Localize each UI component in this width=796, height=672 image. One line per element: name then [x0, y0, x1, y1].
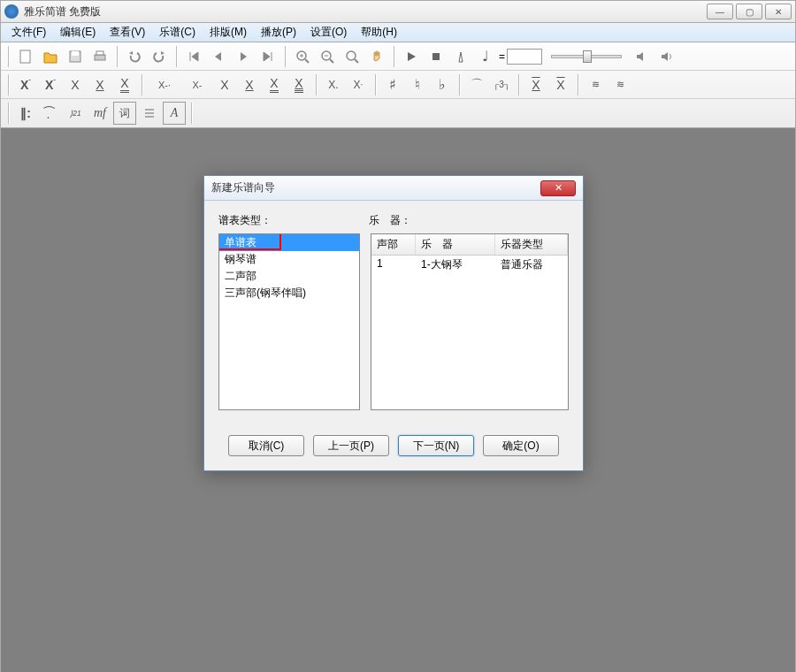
note-dot-icon[interactable]: X. — [322, 73, 345, 96]
note-x3-icon[interactable]: X — [64, 73, 87, 96]
table-row[interactable]: 1 1-大钢琴 普通乐器 — [371, 256, 568, 274]
note-x6-icon[interactable]: X-· — [148, 73, 181, 96]
undo-icon[interactable] — [123, 45, 146, 68]
next-page-button[interactable]: 下一页(N) — [398, 435, 474, 456]
volume-down-icon[interactable] — [631, 45, 654, 68]
dynamics-icon[interactable]: ⟩21 — [64, 102, 87, 125]
ornament2-icon[interactable]: ≋ — [608, 73, 631, 96]
tempo-input[interactable] — [507, 49, 542, 65]
zoom-out-icon[interactable] — [316, 45, 339, 68]
col-part[interactable]: 声部 — [371, 234, 416, 255]
svg-rect-3 — [95, 55, 105, 60]
dialog-close-button[interactable]: ✕ — [540, 180, 576, 196]
menu-view[interactable]: 查看(V) — [103, 23, 152, 42]
list-item[interactable]: 二声部 — [219, 268, 359, 285]
menubar: 文件(F) 编辑(E) 查看(V) 乐谱(C) 排版(M) 播放(P) 设置(O… — [0, 23, 796, 42]
app-icon — [4, 4, 19, 19]
toolbar-row-3: ‖: ⁀· ⟩21 mf 词 A — [1, 99, 795, 127]
ok-button[interactable]: 确定(O) — [483, 435, 559, 456]
last-page-icon[interactable] — [256, 45, 279, 68]
stop-icon[interactable] — [425, 45, 448, 68]
note-x7-icon[interactable]: X- — [183, 73, 211, 96]
menu-file[interactable]: 文件(F) — [4, 23, 53, 42]
prev-page-button[interactable]: 上一页(P) — [313, 435, 389, 456]
print-icon[interactable] — [88, 45, 111, 68]
menu-edit[interactable]: 编辑(E) — [53, 23, 103, 42]
menu-play[interactable]: 播放(P) — [254, 23, 303, 42]
note-xa-icon[interactable]: X — [524, 73, 547, 96]
svg-point-12 — [347, 51, 356, 60]
minimize-button[interactable]: — — [707, 4, 733, 19]
cancel-button[interactable]: 取消(C) — [228, 435, 304, 456]
sharp-icon[interactable]: ♯ — [381, 73, 404, 96]
staff-type-list[interactable]: 单谱表 钢琴谱 二声部 三声部(钢琴伴唱) — [218, 233, 360, 410]
tempo-slider[interactable] — [551, 55, 622, 58]
menu-settings[interactable]: 设置(O) — [303, 23, 354, 42]
titlebar: 雅乐简谱 免费版 — ▢ ✕ — [0, 0, 796, 23]
svg-line-10 — [330, 59, 333, 63]
note-x4-icon[interactable]: X — [88, 73, 111, 96]
note-xb-icon[interactable]: X — [549, 73, 572, 96]
menu-help[interactable]: 帮助(H) — [354, 23, 404, 42]
note-icon[interactable]: ♩ — [474, 45, 497, 68]
list-item[interactable]: 三声部(钢琴伴唱) — [219, 285, 359, 302]
text-icon[interactable] — [138, 102, 161, 125]
metronome-icon[interactable] — [449, 45, 472, 68]
svg-line-13 — [355, 59, 358, 63]
cell-instrument: 1-大钢琴 — [416, 256, 495, 274]
toolbar-row-2: X- X- X X X X-· X- X X X X X. X· ♯ ♮ ♭ ⌒… — [1, 71, 795, 99]
slur-icon[interactable]: ⌒ — [465, 73, 488, 96]
toolbar-row-1: ♩ = — [1, 42, 795, 71]
barline-icon[interactable]: ‖: — [14, 102, 37, 125]
note-x9-icon[interactable]: X — [238, 73, 261, 96]
instrument-table[interactable]: 声部 乐 器 乐器类型 1 1-大钢琴 普通乐器 — [371, 233, 569, 410]
svg-line-6 — [305, 59, 309, 63]
flat-icon[interactable]: ♭ — [431, 73, 454, 96]
menu-score[interactable]: 乐谱(C) — [152, 23, 203, 42]
next-page-icon[interactable] — [232, 45, 255, 68]
volume-up-icon[interactable] — [655, 45, 678, 68]
col-instrument[interactable]: 乐 器 — [416, 234, 495, 255]
slider-thumb-icon[interactable] — [583, 50, 592, 63]
instrument-label: 乐 器： — [369, 213, 411, 228]
dialog-titlebar[interactable]: 新建乐谱向导 ✕ — [204, 176, 583, 201]
fermata-icon[interactable]: ⁀· — [39, 102, 62, 125]
cell-type: 普通乐器 — [495, 256, 568, 274]
note-x8-icon[interactable]: X — [213, 73, 236, 96]
list-item[interactable]: 单谱表 — [219, 234, 359, 251]
zoom-fit-icon[interactable] — [341, 45, 364, 68]
close-button[interactable]: ✕ — [765, 4, 792, 19]
note-x1-icon[interactable]: X- — [14, 73, 37, 96]
list-item[interactable]: 钢琴谱 — [219, 251, 359, 268]
menu-layout[interactable]: 排版(M) — [203, 23, 254, 42]
lyric-icon[interactable]: 词 — [113, 102, 136, 125]
svg-rect-4 — [96, 51, 103, 55]
note-x10-icon[interactable]: X — [263, 73, 286, 96]
note-x11-icon[interactable]: X — [287, 73, 310, 96]
cell-part: 1 — [371, 256, 416, 274]
first-page-icon[interactable] — [182, 45, 205, 68]
prev-page-icon[interactable] — [207, 45, 230, 68]
col-type[interactable]: 乐器类型 — [495, 234, 568, 255]
mf-icon[interactable]: mf — [88, 102, 111, 125]
maximize-button[interactable]: ▢ — [736, 4, 762, 19]
equals-label: = — [499, 50, 505, 63]
open-icon[interactable] — [39, 45, 62, 68]
zoom-in-icon[interactable] — [291, 45, 314, 68]
toolbars: ♩ = X- X- X X X X-· X- X X X X X. X· ♯ ♮… — [0, 42, 796, 128]
svg-rect-0 — [20, 50, 30, 63]
redo-icon[interactable] — [148, 45, 171, 68]
ornament1-icon[interactable]: ≋ — [584, 73, 607, 96]
note-dash-icon[interactable]: X· — [347, 73, 370, 96]
new-icon[interactable] — [14, 45, 37, 68]
save-icon[interactable] — [64, 45, 87, 68]
hand-icon[interactable] — [365, 45, 388, 68]
svg-rect-2 — [72, 51, 79, 56]
tuplet-icon[interactable]: ┌3┐ — [490, 73, 513, 96]
new-score-wizard-dialog: 新建乐谱向导 ✕ 谱表类型： 乐 器： 单谱表 钢琴谱 二声部 三声部(钢琴伴唱… — [203, 175, 584, 471]
font-icon[interactable]: A — [163, 102, 186, 125]
play-icon[interactable] — [400, 45, 423, 68]
note-x5-icon[interactable]: X — [113, 73, 136, 96]
natural-icon[interactable]: ♮ — [406, 73, 429, 96]
note-x2-icon[interactable]: X- — [39, 73, 62, 96]
